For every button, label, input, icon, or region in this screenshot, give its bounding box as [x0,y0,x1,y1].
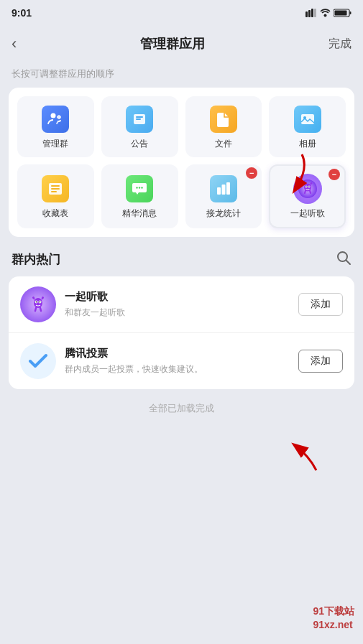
svg-rect-1 [308,10,311,17]
apps-grid-container: 管理群 公告 [9,88,354,237]
list-item-tencent-vote-desc: 群内成员一起投票，快速收集建议。 [65,363,298,375]
app-item-file[interactable]: 文件 [185,96,262,157]
app-label-announce: 公告 [131,138,148,150]
status-bar: 9:01 [0,0,363,26]
list-item-tencent-vote-text: 腾讯投票 群内成员一起投票，快速收集建议。 [65,347,298,375]
watermark: 91下载站 91xz.net [313,605,354,633]
page-title: 管理群应用 [140,35,205,52]
svg-rect-12 [136,116,143,118]
footer-text: 全部已加载完成 [0,389,363,428]
svg-rect-0 [305,11,308,17]
remove-badge-jielong[interactable]: − [246,167,257,179]
svg-rect-3 [314,9,316,17]
status-time: 9:01 [12,7,32,19]
arrow-add-vote [266,424,338,481]
app-icon-album [293,105,322,134]
watermark-line1: 91下载站 [313,605,354,619]
svg-point-31 [308,186,309,187]
app-item-manage-group[interactable]: 管理群 [17,96,94,157]
remove-badge-listen[interactable]: − [328,169,340,180]
svg-point-30 [305,186,306,187]
svg-point-38 [34,298,42,308]
app-icon-file [209,105,238,134]
svg-point-41 [36,302,37,303]
list-item-listen-music-text: 一起听歌 和群友一起听歌 [65,290,298,319]
svg-rect-13 [136,118,141,120]
back-button[interactable]: ‹ [12,34,17,53]
svg-point-8 [51,113,56,118]
section-title: 群内热门 [12,251,60,268]
app-label-jielong: 接龙统计 [206,207,241,220]
app-item-highlight-msg[interactable]: 精华消息 [101,164,178,228]
app-label-listen: 一起听歌 [290,207,325,220]
status-icons [305,9,351,17]
svg-point-20 [136,187,137,188]
svg-point-4 [324,14,327,17]
app-label-manage-group: 管理群 [42,138,68,150]
app-item-listen[interactable]: − [269,164,346,228]
watermark-line2: 91xz.net [313,618,354,633]
header: ‹ 管理群应用 完成 [0,26,363,62]
done-button[interactable]: 完成 [328,37,351,52]
svg-point-34 [303,182,304,184]
search-button[interactable] [336,250,351,269]
add-listen-music-button[interactable]: 添加 [298,293,343,316]
app-icon-collect [41,174,70,203]
app-item-jielong[interactable]: − 接龙统计 [185,164,262,228]
svg-rect-24 [221,185,225,195]
svg-rect-2 [311,9,313,17]
app-label-file: 文件 [215,138,232,150]
list-item-tencent-vote: 腾讯投票 群内成员一起投票，快速收集建议。 添加 [9,333,354,389]
svg-point-21 [139,187,140,188]
app-item-album[interactable]: 相册 [269,96,346,157]
list-item-listen-music-desc: 和群友一起听歌 [65,307,298,319]
list-icon-tencent-vote [20,343,56,379]
app-label-album: 相册 [299,138,316,150]
svg-line-37 [346,261,351,265]
svg-point-35 [310,182,311,184]
app-icon-listen [293,174,322,203]
svg-rect-18 [51,188,60,190]
list-item-tencent-vote-name: 腾讯投票 [65,347,298,360]
svg-point-46 [42,297,44,299]
app-icon-jielong [209,174,238,203]
list-item-listen-music-name: 一起听歌 [65,290,298,304]
app-icon-manage-group [41,105,70,134]
svg-rect-7 [350,11,351,14]
svg-rect-19 [51,191,57,192]
svg-point-45 [32,297,35,299]
app-label-collect: 收藏表 [42,207,68,220]
app-item-announce[interactable]: 公告 [101,96,178,157]
svg-rect-25 [226,182,230,195]
hint-text: 长按可调整群应用的顺序 [0,62,363,88]
svg-rect-23 [217,187,221,195]
svg-point-42 [40,302,41,303]
add-tencent-vote-button[interactable]: 添加 [298,350,343,373]
apps-grid: 管理群 公告 [17,96,346,228]
app-item-collect[interactable]: 收藏表 [17,164,94,228]
list-icon-listen-music [20,286,56,322]
list-container: 一起听歌 和群友一起听歌 添加 腾讯投票 群内成员一起投票，快速收集建议。 添加 [9,276,354,389]
list-item-listen-music: 一起听歌 和群友一起听歌 添加 [9,276,354,333]
svg-rect-17 [51,185,60,187]
svg-point-22 [141,187,142,188]
app-icon-highlight-msg [125,174,154,203]
app-label-highlight-msg: 精华消息 [122,207,157,220]
section-header: 群内热门 [0,237,363,276]
svg-rect-6 [335,11,347,16]
app-icon-announce [125,105,154,134]
svg-rect-14 [301,114,314,124]
